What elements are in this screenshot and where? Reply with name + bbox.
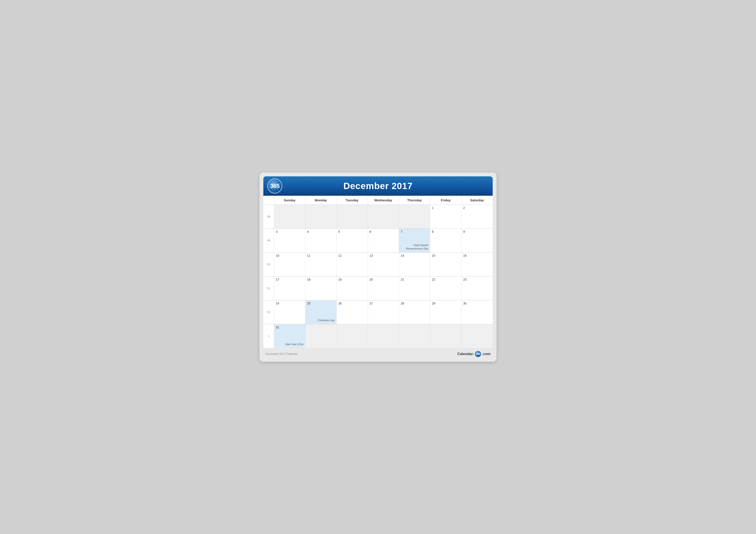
calendar-header: 365 December 2017 [263, 176, 493, 196]
cell-3-3[interactable]: 20 [368, 276, 399, 300]
logo-badge: 365 [267, 179, 282, 193]
cell-0-4[interactable] [399, 205, 430, 228]
calendar-row-3: 5117181920212223 [263, 276, 493, 300]
calendar-row-5: 131New Year's Eve [263, 324, 493, 348]
cell-2-0[interactable]: 10 [274, 253, 305, 276]
cell-5-5[interactable] [430, 324, 461, 348]
cell-5-1[interactable] [305, 324, 337, 348]
cell-date-1-1: 4 [307, 230, 335, 233]
day-header-thursday: Thursday [399, 196, 430, 205]
cell-date-5-0: 31 [276, 326, 304, 329]
cell-date-4-4: 28 [401, 302, 428, 305]
cell-date-3-1: 18 [307, 278, 335, 281]
cell-date-1-6: 9 [463, 230, 491, 233]
cell-date-2-2: 12 [338, 254, 366, 257]
cell-event-4-1: Christmas Day [318, 319, 335, 322]
footer-brand: Calendar- 365 .com [457, 351, 491, 357]
cell-4-3[interactable]: 27 [368, 300, 399, 324]
week-number-4: 52 [263, 300, 274, 324]
cell-date-3-4: 21 [401, 278, 428, 281]
cell-4-0[interactable]: 24 [274, 300, 305, 324]
week-number-0: 48 [263, 205, 274, 228]
cell-5-4[interactable] [399, 324, 430, 348]
cell-2-6[interactable]: 16 [461, 253, 493, 276]
day-header-friday: Friday [430, 196, 461, 205]
cell-0-5[interactable]: 1 [430, 205, 461, 228]
cell-1-3[interactable]: 6 [368, 229, 399, 252]
footer-caption: December 2017 Calendar [265, 352, 298, 355]
cell-0-1[interactable] [305, 205, 337, 228]
cell-date-3-2: 19 [338, 278, 366, 281]
calendar-row-2: 5010111213141516 [263, 253, 493, 276]
week-number-1: 49 [263, 229, 274, 252]
cell-0-0[interactable] [274, 205, 305, 228]
calendar-wrapper: 365 December 2017 Sunday Monday Tuesday … [259, 172, 497, 362]
day-header-wednesday: Wednesday [368, 196, 399, 205]
cell-5-6[interactable] [461, 324, 493, 348]
cell-date-2-5: 15 [432, 254, 459, 257]
cell-0-2[interactable] [337, 205, 368, 228]
week-number-3: 51 [263, 276, 274, 300]
cell-5-3[interactable] [368, 324, 399, 348]
week-number-5: 1 [263, 324, 274, 348]
cell-date-2-6: 16 [463, 254, 491, 257]
cell-4-1[interactable]: 25Christmas Day [305, 300, 337, 324]
calendar-row-1: 4934567Pearl Harbor Remembrance Day89 [263, 229, 493, 253]
cell-0-3[interactable] [368, 205, 399, 228]
day-header-monday: Monday [305, 196, 337, 205]
cell-date-3-3: 20 [369, 278, 397, 281]
cell-0-6[interactable]: 2 [461, 205, 493, 228]
week-number-2: 50 [263, 253, 274, 276]
cell-1-1[interactable]: 4 [305, 229, 337, 252]
cell-5-0[interactable]: 31New Year's Eve [274, 324, 305, 348]
cell-2-3[interactable]: 13 [368, 253, 399, 276]
cell-date-4-6: 30 [463, 302, 491, 305]
day-header-saturday: Saturday [461, 196, 493, 205]
calendar-body: Sunday Monday Tuesday Wednesday Thursday… [263, 196, 493, 348]
calendar-footer: December 2017 Calendar Calendar- 365 .co… [263, 348, 493, 358]
cell-date-3-0: 17 [276, 278, 304, 281]
cell-2-2[interactable]: 12 [337, 253, 368, 276]
cell-date-4-1: 25 [307, 302, 335, 305]
cell-1-5[interactable]: 8 [430, 229, 461, 252]
cell-date-4-5: 29 [432, 302, 459, 305]
cell-4-5[interactable]: 29 [430, 300, 461, 324]
cell-date-4-3: 27 [369, 302, 397, 305]
cell-date-1-3: 6 [369, 230, 397, 233]
cell-1-4[interactable]: 7Pearl Harbor Remembrance Day [399, 229, 430, 252]
cell-3-5[interactable]: 22 [430, 276, 461, 300]
brand-text-before: Calendar- [457, 352, 474, 356]
brand-logo: 365 [475, 351, 481, 357]
cell-date-3-5: 22 [432, 278, 459, 281]
cell-3-0[interactable]: 17 [274, 276, 305, 300]
cell-3-6[interactable]: 23 [461, 276, 493, 300]
cell-3-2[interactable]: 19 [337, 276, 368, 300]
cell-date-0-5: 1 [432, 206, 459, 210]
cell-event-1-4: Pearl Harbor Remembrance Day [399, 244, 428, 250]
cell-date-1-5: 8 [432, 230, 459, 233]
cell-3-1[interactable]: 18 [305, 276, 337, 300]
cell-4-4[interactable]: 28 [399, 300, 430, 324]
logo-text: 365 [270, 183, 280, 190]
cell-4-6[interactable]: 30 [461, 300, 493, 324]
cell-1-0[interactable]: 3 [274, 229, 305, 252]
cell-2-1[interactable]: 11 [305, 253, 337, 276]
cell-2-4[interactable]: 14 [399, 253, 430, 276]
cell-2-5[interactable]: 15 [430, 253, 461, 276]
cell-4-2[interactable]: 26 [337, 300, 368, 324]
cell-date-0-6: 2 [463, 206, 491, 210]
calendar-row-4: 522425Christmas Day2627282930 [263, 300, 493, 324]
day-header-tuesday: Tuesday [337, 196, 368, 205]
cell-date-2-4: 14 [401, 254, 428, 257]
cell-date-2-3: 13 [369, 254, 397, 257]
calendar-title: December 2017 [343, 181, 413, 191]
cell-3-4[interactable]: 21 [399, 276, 430, 300]
cell-date-1-4: 7 [401, 230, 428, 233]
cell-date-3-6: 23 [463, 278, 491, 281]
cell-date-2-1: 11 [307, 254, 335, 257]
cell-1-2[interactable]: 5 [337, 229, 368, 252]
cell-5-2[interactable] [337, 324, 368, 348]
days-header: Sunday Monday Tuesday Wednesday Thursday… [263, 196, 493, 205]
cell-1-6[interactable]: 9 [461, 229, 493, 252]
cell-date-1-0: 3 [276, 230, 304, 233]
